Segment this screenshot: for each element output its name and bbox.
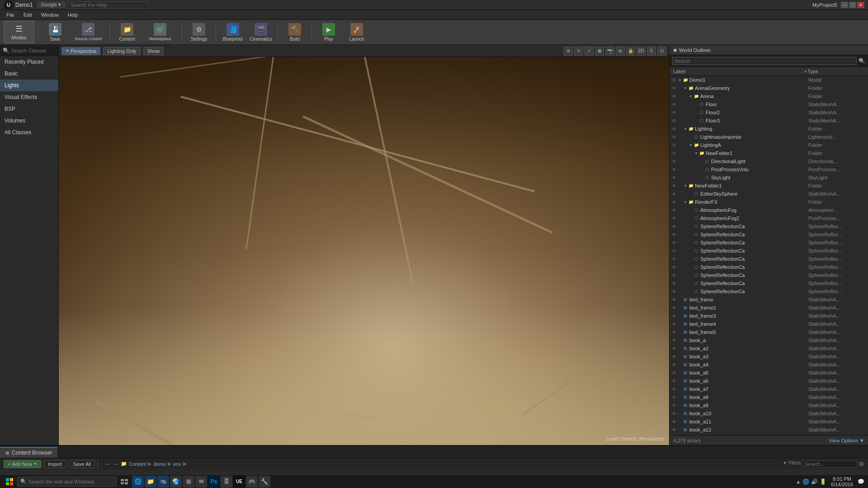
expand-arrow[interactable]: ▼: [683, 183, 688, 188]
visibility-toggle[interactable]: 👁: [670, 84, 678, 92]
table-row[interactable]: 👁 ⊞ book_a5 StaticMeshA...: [670, 369, 868, 377]
add-new-button[interactable]: + Add New ▼: [4, 460, 41, 468]
visibility-toggle[interactable]: 👁: [670, 125, 678, 132]
cb-settings-icon[interactable]: ⚙: [859, 460, 864, 468]
table-row[interactable]: 👁 ⊞ book_a4 StaticMeshA...: [670, 361, 868, 369]
table-row[interactable]: 👁 ⬡ SkyLight SkyLight: [670, 174, 868, 182]
cb-back-button[interactable]: ←: [104, 460, 111, 468]
visibility-toggle[interactable]: 👁: [670, 101, 678, 108]
vp-icon-rotate[interactable]: ↻: [574, 47, 583, 56]
taskbar-extra2-icon[interactable]: 🔧: [259, 476, 270, 488]
menu-file[interactable]: File: [2, 11, 19, 19]
table-row[interactable]: 👁 ⊞ bed_frame StaticMeshA...: [670, 296, 868, 304]
table-row[interactable]: 👁 ⬡ SphereReflectionCa SphereReflec...: [670, 239, 868, 247]
table-row[interactable]: 👁 ⊞ book_a8 StaticMeshA...: [670, 393, 868, 401]
table-row[interactable]: 👁 ⬡ SphereReflectionCa SphereReflec...: [670, 230, 868, 239]
cb-forward-button[interactable]: →: [113, 460, 119, 468]
taskbar-time-display[interactable]: 8:01 PM 6/14/2016: [828, 476, 856, 487]
table-row[interactable]: 👁 ⬡ SphereReflectionCa SphereReflec...: [670, 263, 868, 271]
visibility-toggle[interactable]: 👁: [670, 93, 678, 100]
visibility-toggle[interactable]: 👁: [670, 76, 678, 84]
taskbar-db-icon[interactable]: 🗄: [221, 476, 232, 488]
nav-all-classes[interactable]: All Classes: [0, 127, 58, 138]
table-row[interactable]: 👁 ⬡ SphereReflectionCa SphereReflec...: [670, 271, 868, 279]
launch-button[interactable]: 🚀 Launch: [344, 21, 370, 43]
visibility-toggle[interactable]: 👁: [670, 190, 678, 197]
taskbar-store-icon[interactable]: 🛍: [157, 476, 169, 488]
table-row[interactable]: 👁 ⬡ SphereReflectionCa SphereReflec...: [670, 222, 868, 230]
table-row[interactable]: 👁 ▼ 📁 LightingA Folder: [670, 141, 868, 149]
cb-path-env[interactable]: env: [173, 461, 181, 467]
taskbar-mail-icon[interactable]: ✉: [195, 476, 207, 488]
visibility-toggle[interactable]: 👁: [670, 353, 678, 360]
visibility-toggle[interactable]: 👁: [670, 320, 678, 328]
visibility-toggle[interactable]: 👁: [670, 345, 678, 352]
nav-bsp[interactable]: BSP: [0, 103, 58, 115]
save-all-button[interactable]: Save All: [69, 460, 95, 468]
visibility-toggle[interactable]: 👁: [670, 239, 678, 246]
table-row[interactable]: 👁 ⊞ bed_frame3 StaticMeshA...: [670, 312, 868, 320]
table-row[interactable]: 👁 ⬡ DirectionalLight DirectionalL...: [670, 157, 868, 165]
nav-basic[interactable]: Basic: [0, 68, 58, 80]
table-row[interactable]: 👁 ⬡ Floor3 StaticMeshA...: [670, 117, 868, 125]
view-options-button[interactable]: View Options ▼: [829, 438, 864, 443]
table-row[interactable]: 👁 ⬡ SphereReflectionCa SphereReflec...: [670, 287, 868, 296]
expand-arrow[interactable]: ▼: [678, 78, 682, 82]
search-for-help-input[interactable]: [67, 1, 149, 9]
show-button[interactable]: Show: [143, 47, 164, 55]
visibility-toggle[interactable]: 👁: [670, 174, 678, 181]
visibility-toggle[interactable]: 👁: [670, 288, 678, 295]
vp-icon-scale[interactable]: ⤢: [585, 47, 594, 56]
settings-button[interactable]: ⚙ Settings: [186, 21, 212, 43]
search-classes-input[interactable]: [11, 48, 47, 53]
marketplace-button[interactable]: 🛒 Marketplace: [142, 21, 178, 43]
visibility-toggle[interactable]: 👁: [670, 231, 678, 238]
taskbar-edge-icon[interactable]: 🌐: [132, 476, 144, 488]
tray-arrow[interactable]: ▲: [796, 479, 801, 484]
table-row[interactable]: 👁 ▼ 📁 NewFolder1 Folder: [670, 149, 868, 157]
source-control-button[interactable]: ⎇ Source Control: [70, 21, 106, 43]
table-row[interactable]: 👁 ⬡ LightmassImportar LightmassI...: [670, 133, 868, 141]
content-button[interactable]: 📁 Content: [114, 21, 140, 43]
visibility-toggle[interactable]: 👁: [670, 304, 678, 311]
cb-filter-icon[interactable]: ▼ Filters: [783, 460, 801, 468]
save-button[interactable]: 💾 Save: [42, 21, 68, 43]
visibility-toggle[interactable]: 👁: [670, 263, 678, 271]
cinematics-button[interactable]: 🎬 Cinematics: [248, 21, 274, 43]
visibility-toggle[interactable]: 👁: [670, 369, 678, 376]
outliner-search-input[interactable]: [672, 57, 857, 65]
table-row[interactable]: 👁 ⊞ bed_frame4 StaticMeshA...: [670, 320, 868, 328]
visibility-toggle[interactable]: 👁: [670, 426, 678, 433]
table-row[interactable]: 👁 ⊞ book_a3 StaticMeshA...: [670, 352, 868, 361]
expand-arrow[interactable]: ▼: [683, 127, 688, 131]
tray-notif-icon[interactable]: 💬: [858, 479, 864, 485]
table-row[interactable]: 👁 ⊞ book_a2 StaticMeshA...: [670, 344, 868, 352]
nav-lights[interactable]: Lights: [0, 80, 58, 91]
visibility-toggle[interactable]: 👁: [670, 394, 678, 401]
table-row[interactable]: 👁 ⊞ book_a StaticMeshA...: [670, 336, 868, 344]
visibility-toggle[interactable]: 👁: [670, 272, 678, 279]
content-browser-tab[interactable]: ⊞ Content Browser: [0, 447, 57, 458]
table-row[interactable]: 👁 ⬡ Floor StaticMeshA...: [670, 100, 868, 108]
visibility-toggle[interactable]: 👁: [670, 182, 678, 189]
taskbar-chrome-icon[interactable]: 🌏: [170, 476, 182, 488]
blueprints-button[interactable]: 📘 Blueprints: [220, 21, 246, 43]
expand-arrow[interactable]: ▼: [683, 86, 688, 90]
visibility-toggle[interactable]: 👁: [670, 337, 678, 344]
build-button[interactable]: 🔨 Build: [282, 21, 308, 43]
expand-arrow[interactable]: ▼: [689, 94, 693, 99]
table-row[interactable]: 👁 ▼ 📁 ArenaGeometry Folder: [670, 84, 868, 92]
table-row[interactable]: 👁 ▼ 📁 NewFolder1 Folder: [670, 182, 868, 190]
cb-search-input[interactable]: [802, 460, 857, 468]
visibility-toggle[interactable]: 👁: [670, 328, 678, 336]
expand-arrow[interactable]: ▼: [689, 143, 693, 147]
table-row[interactable]: 👁 ⊞ book_a9 StaticMeshA...: [670, 401, 868, 409]
table-row[interactable]: 👁 ⬡ EditorSkySphere StaticMeshA...: [670, 190, 868, 198]
visibility-toggle[interactable]: 👁: [670, 280, 678, 287]
visibility-toggle[interactable]: 👁: [670, 109, 678, 116]
table-row[interactable]: 👁 ▼ 📁 Arena Folder: [670, 92, 868, 100]
visibility-toggle[interactable]: 👁: [670, 402, 678, 409]
visibility-toggle[interactable]: 👁: [670, 158, 678, 165]
visibility-toggle[interactable]: 👁: [670, 223, 678, 230]
visibility-toggle[interactable]: 👁: [670, 385, 678, 393]
